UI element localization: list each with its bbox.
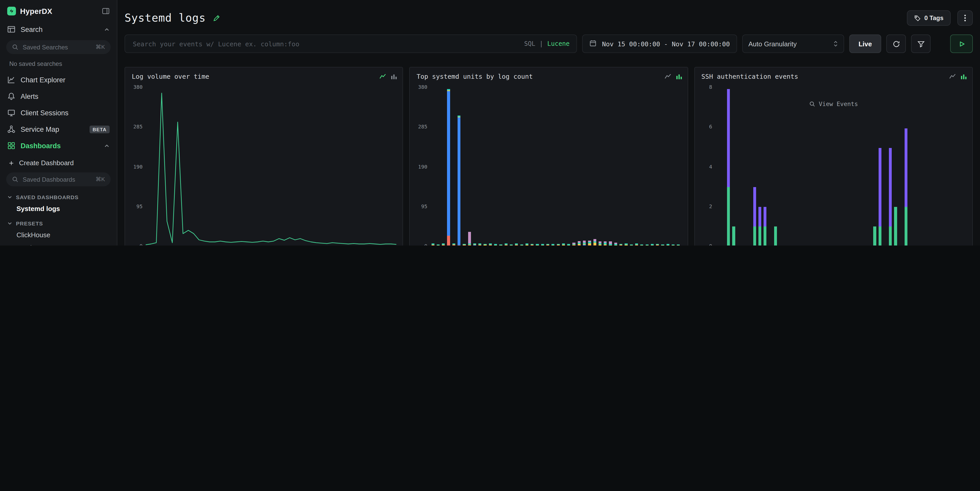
line-chart-icon[interactable] xyxy=(380,73,386,80)
y-axis-label: 8 xyxy=(709,84,712,90)
date-range-picker[interactable]: Nov 15 00:00:00 - Nov 17 00:00:00 xyxy=(582,35,737,53)
search-icon xyxy=(12,44,19,51)
select-chevrons-icon xyxy=(833,40,838,47)
event-search-box[interactable]: SQL | Lucene xyxy=(124,35,577,53)
no-saved-searches-note: No saved searches xyxy=(0,57,117,72)
y-axis: 02468 xyxy=(697,87,713,246)
chart-plot[interactable] xyxy=(146,87,396,246)
y-axis-label: 0 xyxy=(140,243,143,246)
create-dashboard-label: Create Dashboard xyxy=(19,159,73,167)
app-title: HyperDX xyxy=(20,7,52,15)
bar-chart-icon[interactable] xyxy=(676,73,682,80)
y-axis-label: 4 xyxy=(709,164,712,169)
y-axis-label: 285 xyxy=(133,124,143,130)
more-options-button[interactable] xyxy=(957,10,973,26)
live-button[interactable]: Live xyxy=(849,35,881,53)
chart-panel: Log volume over time 095190285380 Nov 15… xyxy=(124,67,403,246)
line-chart-icon[interactable] xyxy=(664,73,671,80)
chart-plot[interactable] xyxy=(431,87,681,246)
dashboard-item-systemd-logs[interactable]: Systemd logs xyxy=(0,202,117,215)
search-section-icon xyxy=(7,25,16,33)
shortcut-hint: ⌘K xyxy=(95,176,105,183)
chart-title: Top systemd units by log count xyxy=(417,73,533,80)
tags-button[interactable]: 0 Tags xyxy=(907,10,951,26)
saved-searches-placeholder: Saved Searches xyxy=(23,43,68,51)
sidebar-collapse-icon[interactable] xyxy=(102,7,110,15)
y-axis: 095190285380 xyxy=(412,87,428,246)
calendar-icon xyxy=(589,40,597,48)
section-saved-dashboards[interactable]: SAVED DASHBOARDS xyxy=(0,189,117,202)
sidebar: HyperDX Search Saved Searches ⌘K No save… xyxy=(0,0,117,246)
y-axis-label: 95 xyxy=(421,203,428,209)
y-axis-label: 190 xyxy=(418,164,428,169)
y-axis: 095190285380 xyxy=(127,87,143,246)
search-icon xyxy=(12,176,19,183)
date-range-value: Nov 15 00:00:00 - Nov 17 00:00:00 xyxy=(602,40,730,48)
chart-panel: Top systemd units by log count 095190285… xyxy=(409,67,688,246)
nav-chart-explorer[interactable]: Chart Explorer xyxy=(0,72,117,88)
create-dashboard-button[interactable]: Create Dashboard xyxy=(0,154,117,170)
main-content: Systemd logs 0 Tags SQL | Lucene xyxy=(117,0,980,246)
search-icon xyxy=(809,101,815,107)
dashboards-grid-icon xyxy=(7,141,16,150)
nav-search-label: Search xyxy=(21,25,43,33)
preset-clickhouse[interactable]: ClickHouse xyxy=(0,229,117,242)
nav-search[interactable]: Search xyxy=(0,21,117,38)
bell-icon xyxy=(7,92,16,100)
granularity-select[interactable]: Auto Granularity xyxy=(742,35,844,53)
saved-searches-input[interactable]: Saved Searches ⌘K xyxy=(6,40,111,54)
language-divider: | xyxy=(539,40,543,47)
logo-row: HyperDX xyxy=(0,0,117,21)
page-title: Systemd logs xyxy=(124,12,205,24)
chart-panel: SSH authentication events 02468 View Eve… xyxy=(694,67,973,246)
saved-dashboards-placeholder: Saved Dashboards xyxy=(23,176,75,183)
chart-title: Log volume over time xyxy=(132,73,209,80)
filter-button[interactable] xyxy=(911,35,931,53)
sql-toggle[interactable]: SQL xyxy=(524,40,535,47)
search-input[interactable] xyxy=(132,40,519,48)
bar-chart-icon[interactable] xyxy=(391,73,398,80)
app-window: HyperDX Search Saved Searches ⌘K No save… xyxy=(0,0,980,246)
chevron-down-icon xyxy=(7,221,12,226)
section-presets[interactable]: PRESETS xyxy=(0,215,117,229)
monitor-icon xyxy=(7,109,16,117)
chevron-up-icon xyxy=(104,27,110,32)
nav-alerts[interactable]: Alerts xyxy=(0,88,117,105)
bar-chart-icon[interactable] xyxy=(961,73,967,80)
plus-icon xyxy=(8,160,14,166)
y-axis-label: 380 xyxy=(133,84,143,90)
y-axis-label: 285 xyxy=(418,124,428,130)
nav-service-map-label: Service Map xyxy=(21,126,59,133)
nav-client-sessions[interactable]: Client Sessions xyxy=(0,105,117,121)
y-axis-label: 0 xyxy=(709,243,712,246)
refresh-button[interactable] xyxy=(886,35,906,53)
service-map-icon xyxy=(7,125,16,133)
y-axis-label: 0 xyxy=(425,243,428,246)
y-axis-label: 380 xyxy=(418,84,428,90)
tag-icon xyxy=(914,15,921,21)
chart-title: SSH authentication events xyxy=(701,73,798,80)
view-events-button[interactable]: View Events xyxy=(695,100,972,108)
edit-title-icon[interactable] xyxy=(212,14,220,22)
y-axis-label: 2 xyxy=(709,203,712,209)
chart-plot[interactable] xyxy=(715,87,966,246)
y-axis-label: 190 xyxy=(133,164,143,169)
preset-services[interactable]: Services xyxy=(0,242,117,246)
beta-badge: BETA xyxy=(89,126,110,133)
run-query-button[interactable] xyxy=(950,35,973,53)
chevron-down-icon xyxy=(7,195,12,200)
y-axis-label: 95 xyxy=(137,203,143,209)
nav-dashboards-label: Dashboards xyxy=(21,142,61,149)
y-axis-label: 6 xyxy=(709,124,712,130)
chevron-up-icon xyxy=(104,143,110,148)
line-chart-icon[interactable] xyxy=(949,73,956,80)
nav-client-sessions-label: Client Sessions xyxy=(21,109,68,117)
nav-service-map[interactable]: Service Map BETA xyxy=(0,121,117,137)
dashboard-grid: Log volume over time 095190285380 Nov 15… xyxy=(124,67,973,246)
chart-explorer-icon xyxy=(7,76,16,84)
saved-dashboards-input[interactable]: Saved Dashboards ⌘K xyxy=(6,172,111,186)
nav-alerts-label: Alerts xyxy=(21,92,38,100)
nav-dashboards[interactable]: Dashboards xyxy=(0,137,117,154)
nav-chart-explorer-label: Chart Explorer xyxy=(21,76,65,84)
lucene-toggle[interactable]: Lucene xyxy=(547,40,570,47)
